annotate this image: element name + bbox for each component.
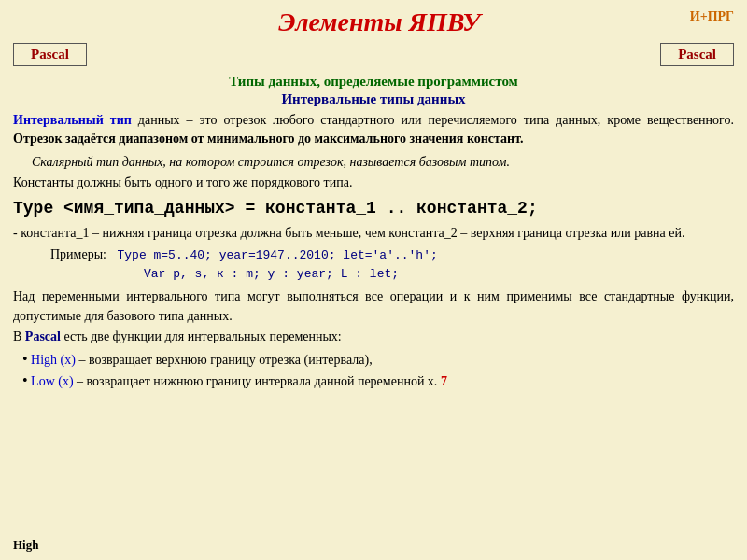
bullet2-func: Low (x) <box>31 374 74 388</box>
main-container: Элементы ЯПВУ И+ПРГ Pascal Pascal Типы д… <box>0 0 747 560</box>
pascal-box-right: Pascal <box>660 43 734 66</box>
main-title: Элементы ЯПВУ <box>278 7 480 36</box>
pascal-func-text3: есть две функции для интервальных переме… <box>63 329 341 343</box>
functions-heading: В Pascal есть две функции для интервальн… <box>13 328 734 346</box>
bullet-item-2: • Low (x) – возвращает нижнюю границу ин… <box>22 370 734 391</box>
interval-type-label: Интервальный тип <box>13 113 132 127</box>
bullet2-text: – возвращает нижнюю границу интервала да… <box>74 374 438 388</box>
bullet2-symbol: • <box>22 372 28 388</box>
examples-block: Примеры: Type m=5..40; year=1947..2010; … <box>13 245 734 285</box>
title-area: Элементы ЯПВУ <box>69 7 690 37</box>
intro-para: Интервальный тип данных – это отрезок лю… <box>13 111 734 149</box>
top-bar: Элементы ЯПВУ И+ПРГ <box>13 7 734 37</box>
syntax-note: - константа_1 – нижняя граница отрезка д… <box>13 224 734 243</box>
bullet-item-1: • High (x) – возвращает верхнюю границу … <box>22 348 734 370</box>
type-syntax: Type <имя_типа_данных> = константа_1 .. … <box>13 196 734 220</box>
bullet1-func: High (x) <box>31 353 76 367</box>
operations-para: Над переменными интервального типа могут… <box>13 287 734 326</box>
section-heading: Типы данных, определяемые программистом <box>13 74 734 90</box>
intro-text-1: данных – это отрезок любого стандартного… <box>132 113 734 127</box>
scalar-para: Скалярный тип данных, на котором строитс… <box>32 153 734 172</box>
bullet1-symbol: • <box>22 351 28 367</box>
content-block: Интервальный тип данных – это отрезок лю… <box>13 111 734 392</box>
example2: Var p, s, к : m; y : year; L : let; <box>144 266 399 284</box>
example1: Type m=5..40; year=1947..2010; let='a'..… <box>117 248 437 262</box>
intro-text-2: Отрезок задаётся диапазоном от минимальн… <box>13 132 524 146</box>
corner-label: И+ПРГ <box>690 7 734 24</box>
bullet1-text: – возвращает верхнюю границу отрезка (ин… <box>76 353 373 367</box>
subsection-heading: Интервальные типы данных <box>13 91 734 107</box>
scalar-text: Скалярный тип данных, на котором строитс… <box>32 155 510 169</box>
bottom-label: High <box>13 538 38 553</box>
page-number: 7 <box>441 374 447 388</box>
pascal-func-text2: Pascal <box>25 329 61 343</box>
pascal-box-left: Pascal <box>13 43 87 66</box>
constants-para: Константы должны быть одного и того же п… <box>13 174 734 192</box>
examples-label: Примеры: <box>50 247 106 261</box>
pascal-func-text1: В <box>13 329 21 343</box>
pascal-boxes-row: Pascal Pascal <box>13 43 734 66</box>
